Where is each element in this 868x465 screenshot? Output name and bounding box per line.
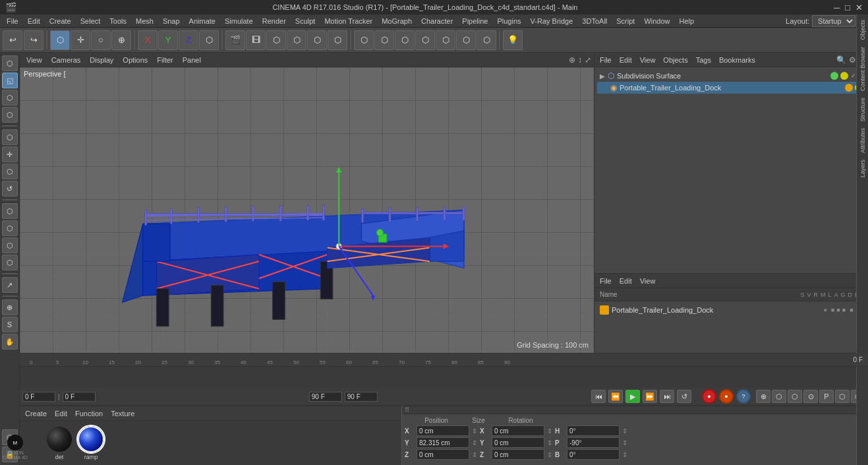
vp-fullscreen-icon[interactable]: ⤢ (585, 55, 591, 65)
mat-function-btn[interactable]: Function (72, 409, 105, 418)
close-button[interactable]: ✕ (855, 3, 863, 13)
sidebar-tool2[interactable]: ⬡ (2, 220, 18, 236)
sidebar-edge-mode[interactable]: ⬡ (2, 90, 18, 106)
render-queue-button[interactable]: ⬡ (328, 30, 347, 50)
position-x-input[interactable] (417, 425, 469, 436)
render-btn-blue[interactable]: ? (736, 389, 751, 404)
size-y-input[interactable] (492, 437, 544, 448)
move-tool-button[interactable]: ✛ (71, 30, 90, 50)
menu-3dtoall[interactable]: 3DToAll (578, 16, 611, 26)
sidebar-magnet-tool[interactable]: ⊕ (2, 299, 18, 315)
size-z-input[interactable] (492, 449, 544, 460)
menu-script[interactable]: Script (612, 16, 639, 26)
menu-create[interactable]: Create (45, 16, 75, 26)
vp-filter-btn[interactable]: Filter (153, 55, 177, 65)
size-z-arrow[interactable]: ⇕ (547, 451, 552, 458)
sidebar-hand-tool[interactable]: ✋ (2, 334, 18, 350)
tl-extra4[interactable]: ⊙ (803, 390, 818, 403)
tree-item-trailer[interactable]: ◉ Portable_Trailer_Loading_Dock (597, 82, 865, 94)
tl-extra6[interactable]: ⬡ (835, 390, 850, 403)
maximize-button[interactable]: □ (845, 3, 850, 13)
redo-button[interactable]: ↪ (24, 30, 43, 50)
end-frame2-input[interactable] (345, 392, 378, 402)
vp-zoom-icon[interactable]: ↕ (578, 55, 582, 65)
vp-panel-btn[interactable]: Panel (179, 55, 205, 65)
obj-edit-btn[interactable]: Edit (617, 55, 635, 65)
bp-edit-btn[interactable]: Edit (617, 276, 635, 286)
sidebar-arrow-tool[interactable]: ↗ (2, 277, 18, 293)
vp-view-btn[interactable]: View (22, 55, 46, 65)
menu-sculpt[interactable]: Sculpt (291, 16, 320, 26)
snap-2d-button[interactable]: ⬡ (374, 30, 394, 50)
play-button[interactable]: ▶ (625, 390, 640, 403)
bottom-row-trailer[interactable]: Portable_Trailer_Loading_Dock ● ■ ■ ■ ■ (597, 304, 865, 316)
snap-poly-button[interactable]: ⬡ (436, 30, 455, 50)
menu-tools[interactable]: Tools (105, 16, 130, 26)
sidebar-poly-mode[interactable]: ⬡ (2, 107, 18, 123)
undo-button[interactable]: ↩ (3, 30, 22, 50)
tree-item-subdivision[interactable]: ▶ ⬡ Subdivision Surface ✓ ✓ (597, 70, 865, 82)
material-item-det[interactable]: det (46, 426, 72, 460)
rot-p-arrow[interactable]: ⇕ (622, 439, 627, 447)
material-item-ramp[interactable]: ramp (78, 426, 104, 460)
sidebar-point-mode[interactable]: ◱ (2, 73, 18, 88)
menu-select[interactable]: Select (76, 16, 105, 26)
to-start-button[interactable]: ⏮ (591, 390, 606, 403)
rotation-h-input[interactable] (567, 425, 620, 436)
viewport-canvas[interactable]: Perspective [ (20, 67, 594, 353)
light-toggle-button[interactable]: 💡 (503, 30, 523, 50)
prev-frame-button[interactable]: ⏪ (608, 390, 623, 403)
axis-x-button[interactable]: X (138, 30, 158, 50)
sidebar-scale-btn[interactable]: ⬡ (2, 164, 18, 179)
tl-extra5[interactable]: P (819, 390, 834, 403)
position-y-input[interactable] (417, 437, 469, 448)
snap-surface-button[interactable]: ⬡ (456, 30, 476, 50)
menu-vray-bridge[interactable]: V-Ray Bridge (527, 16, 577, 26)
position-z-input[interactable] (417, 449, 469, 460)
mat-create-btn[interactable]: Create (22, 409, 49, 418)
render-all-button[interactable]: 🎞 (246, 30, 266, 50)
sidebar-select-btn[interactable]: ⬡ (2, 129, 18, 145)
render-active-button[interactable]: 🎬 (225, 30, 245, 50)
sidebar-tool4[interactable]: ⬡ (2, 255, 18, 270)
size-y-arrow[interactable]: ⇕ (547, 439, 552, 447)
pointer-tool-button[interactable]: ⬡ (50, 30, 70, 50)
vp-options-btn[interactable]: Options (119, 55, 152, 65)
render-preview-button[interactable]: ⬡ (287, 30, 306, 50)
vp-cameras-btn[interactable]: Cameras (47, 55, 85, 65)
pos-z-arrow[interactable]: ⇕ (472, 451, 477, 458)
tab-structure[interactable]: Structure (859, 95, 867, 125)
menu-snap[interactable]: Snap (159, 16, 184, 26)
render-btn-red[interactable]: ● (702, 389, 716, 404)
sidebar-obj-mode[interactable]: ⬡ (2, 55, 18, 71)
bp-view-btn[interactable]: View (637, 276, 658, 286)
menu-file[interactable]: File (3, 16, 22, 26)
menu-motion-tracker[interactable]: Motion Tracker (320, 16, 376, 26)
minimize-button[interactable]: ─ (834, 3, 840, 13)
layout-dropdown[interactable]: Startup (812, 15, 855, 27)
menu-simulate[interactable]: Simulate (221, 16, 257, 26)
axis-world-button[interactable]: ⬡ (199, 30, 219, 50)
loop-button[interactable]: ↺ (677, 390, 691, 403)
timeline-track[interactable] (20, 367, 868, 388)
end-frame-input[interactable] (309, 392, 342, 402)
menu-mograph[interactable]: MoGraph (378, 16, 416, 26)
axis-z-button[interactable]: Z (179, 30, 198, 50)
pos-x-arrow[interactable]: ⇕ (472, 427, 477, 435)
rot-b-arrow[interactable]: ⇕ (622, 451, 627, 458)
menu-animate[interactable]: Animate (185, 16, 219, 26)
menu-edit[interactable]: Edit (24, 16, 44, 26)
obj-file-btn[interactable]: File (597, 55, 614, 65)
tab-attributes[interactable]: Attributes (859, 125, 867, 156)
tab-layers[interactable]: Layers (859, 157, 867, 180)
tl-extra1[interactable]: ⊕ (756, 390, 770, 403)
sidebar-rotate-btn[interactable]: ↺ (2, 181, 18, 197)
menu-render[interactable]: Render (258, 16, 290, 26)
menu-pipeline[interactable]: Pipeline (458, 16, 492, 26)
vp-display-btn[interactable]: Display (86, 55, 117, 65)
menu-character[interactable]: Character (417, 16, 457, 26)
rotation-p-input[interactable] (567, 437, 620, 448)
obj-search-icon[interactable]: 🔍 (836, 55, 846, 65)
frame-offset-input[interactable] (63, 392, 96, 402)
size-x-arrow[interactable]: ⇕ (547, 427, 552, 435)
